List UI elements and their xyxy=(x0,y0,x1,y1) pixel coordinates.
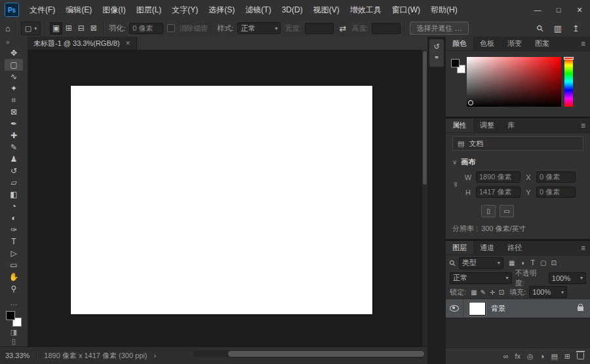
quick-mask-icon[interactable]: ◨ xyxy=(10,329,17,336)
screen-mode-icon[interactable]: ▯ xyxy=(12,338,16,345)
color-field-marker[interactable] xyxy=(468,100,473,105)
canvas-width-input[interactable]: 1890 像素 xyxy=(476,172,521,183)
tab-swatches[interactable]: 色板 xyxy=(473,37,501,50)
type-tool[interactable]: T xyxy=(5,236,23,247)
blend-mode-dropdown[interactable]: 正常 ▾ xyxy=(450,272,512,284)
filter-shape-layers-icon[interactable]: ▢ xyxy=(538,258,549,268)
tab-libraries[interactable]: 库 xyxy=(501,118,521,132)
hue-slider-marker[interactable] xyxy=(564,57,574,60)
pen-tool[interactable]: ✑ xyxy=(5,224,23,236)
tab-channels[interactable]: 通道 xyxy=(473,241,501,255)
antialias-checkbox[interactable] xyxy=(167,24,175,32)
tab-layers[interactable]: 图层 xyxy=(446,241,473,255)
layer-effects-icon[interactable]: fx xyxy=(515,352,521,361)
menubar-item[interactable]: 3D(D) xyxy=(277,0,308,20)
panel-menu-icon[interactable]: ≡ xyxy=(576,37,590,50)
zoom-level-field[interactable]: 33.33% xyxy=(5,352,30,359)
dodge-tool[interactable]: ◐ xyxy=(5,212,23,224)
zoom-tool[interactable]: ⚲ xyxy=(5,283,23,295)
tab-color[interactable]: 颜色 xyxy=(446,37,473,50)
edit-toolbar-dots-icon[interactable]: ⋯ xyxy=(10,300,18,309)
vertical-scrollbar-thumb[interactable] xyxy=(423,51,427,185)
tab-properties[interactable]: 属性 xyxy=(446,118,473,132)
maximize-button[interactable]: □ xyxy=(548,0,569,20)
layer-thumbnail[interactable] xyxy=(469,302,486,316)
path-selection-tool[interactable]: ▷ xyxy=(5,247,23,259)
orientation-landscape-button[interactable]: ▭ xyxy=(500,205,514,217)
menubar-item[interactable]: 文件(F) xyxy=(24,0,60,20)
panel-menu-icon[interactable]: ≡ xyxy=(576,241,590,255)
document-properties-row[interactable]: ▤ 文档 xyxy=(452,136,583,151)
spot-healing-brush-tool[interactable]: ✚ xyxy=(5,130,23,141)
tab-adjustments[interactable]: 调整 xyxy=(473,118,501,132)
history-panel-button[interactable]: ↺ xyxy=(429,41,444,53)
new-selection-mode-button[interactable]: ▣ xyxy=(50,22,62,35)
menubar-item[interactable]: 图像(I) xyxy=(97,0,130,20)
new-layer-icon[interactable]: ⊞ xyxy=(564,352,570,361)
delete-layer-button[interactable] xyxy=(577,353,584,359)
menubar-item[interactable]: 帮助(H) xyxy=(425,0,463,20)
document-tab[interactable]: 未标题-1 @ 33.3%(RGB/8) × xyxy=(28,37,137,50)
orientation-portrait-button[interactable]: ▯ xyxy=(481,205,496,217)
vertical-scrollbar[interactable] xyxy=(422,50,427,347)
tab-paths[interactable]: 路径 xyxy=(501,241,528,255)
menubar-item[interactable]: 窗口(W) xyxy=(387,0,425,20)
filter-adjustment-layers-icon[interactable]: ◑ xyxy=(517,258,528,268)
layer-row-background[interactable]: 背景 xyxy=(446,299,590,318)
workspace-switcher-icon[interactable]: ▥ xyxy=(553,24,563,33)
clone-stamp-tool[interactable]: ♟ xyxy=(5,153,23,165)
tab-gradients[interactable]: 渐变 xyxy=(501,37,528,50)
swap-width-height-icon[interactable]: ⇄ xyxy=(338,24,347,33)
layer-visibility-toggle[interactable] xyxy=(446,299,463,318)
hand-tool[interactable]: ✋ xyxy=(5,271,23,283)
menubar-item[interactable]: 视图(V) xyxy=(308,0,345,20)
tab-patterns[interactable]: 图案 xyxy=(528,37,556,50)
canvas-height-input[interactable]: 1417 像素 xyxy=(476,187,521,198)
lock-artboard-icon[interactable]: ⊡ xyxy=(497,287,506,297)
subtract-from-selection-mode-button[interactable]: ⊟ xyxy=(75,22,87,35)
filter-type-layers-icon[interactable]: T xyxy=(528,258,538,268)
intersect-selection-mode-button[interactable]: ⊠ xyxy=(87,22,100,35)
search-icon[interactable]: ⚲ xyxy=(534,22,547,35)
canvas-section-header[interactable]: ∨ 画布 xyxy=(452,157,583,167)
foreground-color-swatch[interactable] xyxy=(6,311,15,320)
quick-selection-tool[interactable]: ✦ xyxy=(5,82,23,94)
filter-smart-objects-icon[interactable]: ⊡ xyxy=(549,258,559,268)
document-canvas[interactable] xyxy=(71,86,372,314)
hue-slider[interactable] xyxy=(564,57,573,107)
fill-input[interactable]: 100% ▾ xyxy=(529,286,567,298)
canvas-x-input[interactable]: 0 像素 xyxy=(536,172,576,183)
menubar-item[interactable]: 滤镜(T) xyxy=(240,0,276,20)
share-icon[interactable]: ↥ xyxy=(571,24,581,33)
layer-filter-type-dropdown[interactable]: 类型 ▾ xyxy=(459,257,503,269)
horizontal-scrollbar-thumb[interactable] xyxy=(228,351,424,357)
panel-menu-icon[interactable]: ≡ xyxy=(576,118,590,132)
minimize-button[interactable]: — xyxy=(527,0,548,20)
close-button[interactable]: ✕ xyxy=(569,0,590,20)
layer-search-icon[interactable]: ⚲ xyxy=(447,257,458,268)
comments-panel-button[interactable]: ❞ xyxy=(429,53,444,65)
tool-preset-picker[interactable]: ▢ ▾ xyxy=(21,22,41,35)
lasso-tool[interactable]: ∿ xyxy=(5,71,23,82)
color-field[interactable] xyxy=(467,57,561,107)
link-dimensions-icon[interactable]: ∞ xyxy=(452,181,460,189)
menubar-item[interactable]: 图层(L) xyxy=(131,0,167,20)
menubar-item[interactable]: 选择(S) xyxy=(203,0,240,20)
close-document-icon[interactable]: × xyxy=(126,39,130,48)
brush-tool[interactable]: ✎ xyxy=(5,141,23,153)
status-chevron-icon[interactable]: › xyxy=(153,352,156,359)
style-dropdown[interactable]: 正常 ▾ xyxy=(237,22,281,34)
lock-transparent-pixels-icon[interactable]: ▦ xyxy=(469,287,479,297)
gradient-tool[interactable]: ◧ xyxy=(5,189,23,200)
add-to-selection-mode-button[interactable]: ⊞ xyxy=(62,22,75,35)
lock-position-icon[interactable]: ✛ xyxy=(488,287,497,297)
canvas-y-input[interactable]: 0 像素 xyxy=(536,187,576,198)
link-layers-icon[interactable]: ∞ xyxy=(503,352,509,361)
opacity-input[interactable]: 100% ▾ xyxy=(549,272,586,284)
eyedropper-tool[interactable]: ✒ xyxy=(5,118,23,130)
select-and-mask-button[interactable]: 选择并遮住 … xyxy=(410,22,468,35)
history-brush-tool[interactable]: ↺ xyxy=(5,165,23,177)
height-input[interactable] xyxy=(372,23,401,34)
feather-input[interactable]: 0 像素 xyxy=(129,23,163,34)
rectangular-marquee-tool[interactable]: ▢ xyxy=(5,59,23,71)
